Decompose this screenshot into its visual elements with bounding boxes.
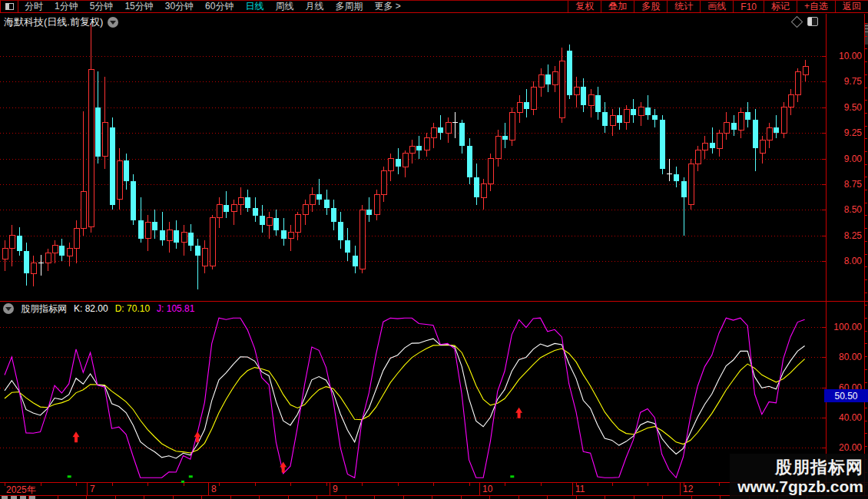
strip-tick	[864, 36, 867, 37]
week-tick	[326, 483, 327, 486]
week-tick	[648, 483, 648, 486]
bottom-strip-tick	[489, 496, 490, 499]
right-scrollbar-thumb[interactable]	[865, 23, 868, 45]
menu-item-标记[interactable]: 标记	[764, 1, 797, 12]
month-label-9: 9	[333, 484, 338, 494]
menu-item-多股[interactable]: 多股	[634, 1, 667, 12]
period-tabs: 分时1分钟5分钟15分钟30分钟60分钟日线周线月线多周期更多 >	[18, 1, 412, 12]
clipped-text-stub	[2, 496, 8, 499]
strip-tick	[864, 305, 867, 306]
menu-item-叠加[interactable]: 叠加	[601, 1, 634, 12]
period-tab-分时[interactable]: 分时	[25, 0, 43, 13]
kdj-k-value: K: 82.00	[74, 303, 108, 314]
bottom-strip-tick	[691, 496, 692, 499]
strip-tick	[864, 228, 867, 229]
week-tick	[41, 483, 41, 486]
month-separator	[87, 483, 88, 495]
price-tick	[822, 81, 826, 82]
period-tab-5分钟[interactable]: 5分钟	[90, 0, 114, 13]
month-label-8: 8	[211, 484, 217, 494]
toolbar-right-menu: 复权叠加多股统计画线F10标记+自选返回	[568, 1, 868, 12]
buy-arrow	[73, 431, 80, 442]
price-tick-label: 9.75	[828, 76, 862, 87]
menu-item-返回[interactable]: 返回	[835, 1, 868, 12]
period-tab-1分钟[interactable]: 1分钟	[55, 0, 78, 13]
app-window: 分时1分钟5分钟15分钟30分钟60分钟日线周线月线多周期更多 > 复权叠加多股…	[0, 0, 868, 499]
period-tab-30分钟[interactable]: 30分钟	[165, 0, 194, 13]
month-label-7: 7	[90, 484, 95, 494]
bottom-strip-tick	[662, 496, 663, 499]
bottom-strip-tick	[58, 496, 58, 499]
price-tick-label: 9.25	[828, 127, 862, 138]
strip-tick	[864, 100, 867, 101]
strip-tick	[864, 369, 867, 370]
week-tick	[290, 483, 291, 486]
menu-item-统计[interactable]: 统计	[667, 1, 700, 12]
strip-tick	[864, 421, 867, 421]
period-tab-日线[interactable]: 日线	[245, 0, 263, 13]
cursor-value-box: 50.50	[824, 389, 868, 402]
panel-divider-line[interactable]	[0, 301, 868, 302]
strip-tick	[864, 177, 867, 177]
menu-item-+自选[interactable]: +自选	[797, 1, 835, 12]
bottom-strip-tick	[461, 496, 462, 499]
kdj-tick	[822, 418, 826, 418]
strip-tick	[864, 254, 867, 255]
strip-tick	[864, 88, 867, 88]
period-tab-月线[interactable]: 月线	[305, 0, 323, 13]
bottom-strip-tick	[230, 496, 231, 499]
bottom-signal-dot	[68, 475, 71, 478]
price-tick-label: 8.00	[828, 256, 862, 266]
main-chart-svg[interactable]	[0, 14, 826, 301]
bottom-strip-tick	[144, 496, 144, 499]
month-separator	[208, 483, 209, 495]
period-tab-更多 >[interactable]: 更多 >	[374, 0, 400, 13]
kdj-tick-label: 20.00	[828, 442, 862, 453]
pane-layout-icon[interactable]	[807, 17, 818, 26]
week-tick	[5, 483, 5, 486]
strip-tick	[864, 61, 867, 62]
period-tab-60分钟[interactable]: 60分钟	[205, 0, 234, 13]
week-tick	[255, 483, 256, 486]
stock-title-row: 海默科技(日线.前复权)	[4, 15, 118, 29]
month-separator	[572, 483, 573, 495]
kdj-panel-svg[interactable]	[0, 315, 826, 482]
top-toolbar: 分时1分钟5分钟15分钟30分钟60分钟日线周线月线多周期更多 > 复权叠加多股…	[0, 0, 868, 13]
bottom-strip-tick	[403, 496, 404, 499]
menu-item-F10[interactable]: F10	[733, 1, 764, 12]
strip-tick	[864, 446, 867, 447]
week-tick	[469, 483, 470, 486]
price-tick	[822, 107, 826, 108]
strip-tick	[864, 292, 867, 293]
strip-tick	[864, 190, 867, 190]
kdj-tick-label: 40.00	[828, 412, 862, 423]
week-tick	[147, 483, 148, 486]
week-tick	[612, 483, 613, 486]
bottom-strip-tick	[259, 496, 260, 499]
title-chevron-down-icon[interactable]	[108, 17, 118, 28]
site-watermark: 股朋指标网 www.7gpzb.com	[730, 454, 868, 499]
price-tick	[822, 56, 826, 57]
week-tick	[719, 483, 720, 486]
indicator-chevron-down-icon[interactable]	[3, 303, 14, 314]
watermark-url: www.7gpzb.com	[737, 478, 863, 496]
menu-item-画线[interactable]: 画线	[700, 1, 733, 12]
month-label-10: 10	[482, 484, 492, 494]
price-tick	[822, 184, 826, 185]
month-separator	[479, 483, 480, 495]
period-tab-周线[interactable]: 周线	[275, 0, 293, 13]
price-tick	[822, 261, 826, 262]
strip-tick	[864, 23, 867, 24]
diamond-icon[interactable]	[791, 15, 803, 28]
price-tick-label: 9.50	[828, 102, 862, 113]
strip-tick	[864, 241, 867, 242]
menu-item-复权[interactable]: 复权	[568, 1, 601, 12]
strip-tick	[864, 433, 867, 434]
price-tick-label: 10.00	[828, 51, 862, 61]
bottom-strip-tick	[605, 496, 605, 499]
strip-tick	[864, 74, 867, 75]
layout-toggle-button[interactable]	[0, 1, 18, 12]
period-tab-多周期[interactable]: 多周期	[335, 0, 363, 13]
period-tab-15分钟[interactable]: 15分钟	[124, 0, 153, 13]
month-label-12: 12	[683, 484, 693, 494]
